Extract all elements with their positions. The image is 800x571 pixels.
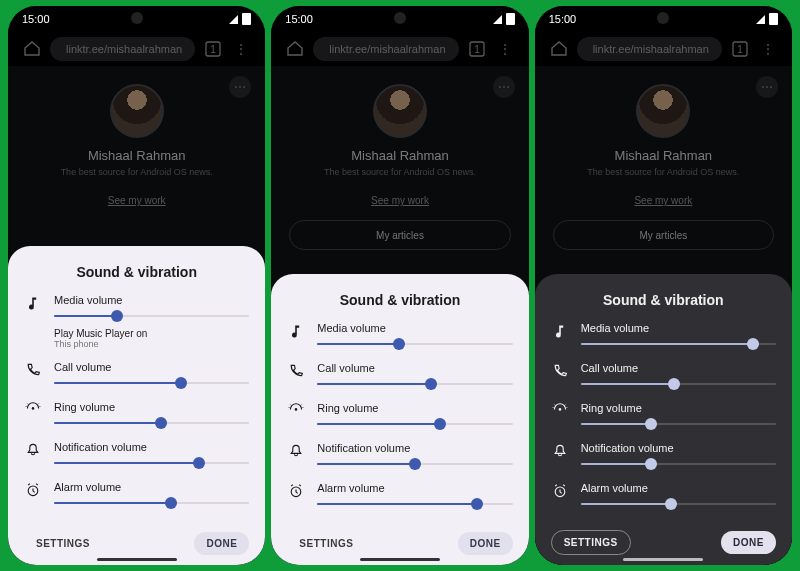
- media-volume-label: Media volume: [317, 322, 512, 334]
- sound-vibration-panel: Sound & vibration Media volume Play Musi…: [8, 246, 265, 565]
- call-volume-row: Call volume: [551, 362, 776, 390]
- status-time: 15:00: [22, 13, 50, 25]
- sound-vibration-panel: Sound & vibration Media volume Call volu…: [535, 274, 792, 565]
- phone-mock-1: 15:00 linktr.ee/mishaalrahman ⋮ ⋯ Mishaa…: [8, 6, 265, 565]
- ring-icon: [24, 401, 42, 419]
- settings-button[interactable]: SETTINGS: [551, 530, 631, 555]
- bell-icon: [24, 441, 42, 459]
- signal-icon: [493, 15, 502, 24]
- alarm-volume-row: Alarm volume: [551, 482, 776, 510]
- call-volume-slider[interactable]: [581, 378, 776, 390]
- media-output-info: Play Music Player on This phone: [54, 328, 249, 349]
- music-icon: [24, 294, 42, 312]
- alarm-volume-row: Alarm volume: [24, 481, 249, 509]
- call-volume-slider[interactable]: [54, 377, 249, 389]
- camera-notch: [131, 12, 143, 24]
- nav-handle[interactable]: [623, 558, 703, 561]
- ring-volume-label: Ring volume: [317, 402, 512, 414]
- music-icon: [551, 322, 569, 340]
- battery-icon: [242, 13, 251, 25]
- notification-volume-row: Notification volume: [287, 442, 512, 470]
- camera-notch: [394, 12, 406, 24]
- notification-volume-label: Notification volume: [54, 441, 249, 453]
- alarm-volume-label: Alarm volume: [54, 481, 249, 493]
- bell-icon: [551, 442, 569, 460]
- battery-icon: [769, 13, 778, 25]
- notification-volume-label: Notification volume: [317, 442, 512, 454]
- notification-volume-slider[interactable]: [581, 458, 776, 470]
- call-volume-row: Call volume: [24, 361, 249, 389]
- panel-title: Sound & vibration: [287, 292, 512, 308]
- ring-icon: [551, 402, 569, 420]
- settings-button[interactable]: SETTINGS: [24, 532, 102, 555]
- ring-volume-slider[interactable]: [54, 417, 249, 429]
- panel-title: Sound & vibration: [24, 264, 249, 280]
- alarm-icon: [551, 482, 569, 500]
- nav-handle[interactable]: [360, 558, 440, 561]
- media-volume-row: Media volume Play Music Player on This p…: [24, 294, 249, 349]
- ring-icon: [287, 402, 305, 420]
- call-volume-row: Call volume: [287, 362, 512, 390]
- call-volume-label: Call volume: [317, 362, 512, 374]
- phone-mock-2: 15:00 linktr.ee/mishaalrahman ⋮ ⋯ Mishaa…: [271, 6, 528, 565]
- notification-volume-row: Notification volume: [551, 442, 776, 470]
- ring-volume-label: Ring volume: [54, 401, 249, 413]
- bell-icon: [287, 442, 305, 460]
- call-volume-slider[interactable]: [317, 378, 512, 390]
- call-volume-label: Call volume: [54, 361, 249, 373]
- settings-button[interactable]: SETTINGS: [287, 532, 365, 555]
- done-button[interactable]: DONE: [458, 532, 513, 555]
- alarm-volume-slider[interactable]: [54, 497, 249, 509]
- done-button[interactable]: DONE: [721, 531, 776, 554]
- done-button[interactable]: DONE: [194, 532, 249, 555]
- alarm-volume-label: Alarm volume: [317, 482, 512, 494]
- media-volume-slider[interactable]: [581, 338, 776, 350]
- status-time: 15:00: [549, 13, 577, 25]
- nav-handle[interactable]: [97, 558, 177, 561]
- alarm-icon: [287, 482, 305, 500]
- battery-icon: [506, 13, 515, 25]
- ring-volume-row: Ring volume: [24, 401, 249, 429]
- notification-volume-label: Notification volume: [581, 442, 776, 454]
- media-volume-label: Media volume: [54, 294, 249, 306]
- notification-volume-slider[interactable]: [54, 457, 249, 469]
- panel-title: Sound & vibration: [551, 292, 776, 308]
- media-volume-slider[interactable]: [54, 310, 249, 322]
- signal-icon: [229, 15, 238, 24]
- notification-volume-slider[interactable]: [317, 458, 512, 470]
- alarm-icon: [24, 481, 42, 499]
- music-icon: [287, 322, 305, 340]
- ring-volume-row: Ring volume: [287, 402, 512, 430]
- alarm-volume-row: Alarm volume: [287, 482, 512, 510]
- alarm-volume-label: Alarm volume: [581, 482, 776, 494]
- media-volume-slider[interactable]: [317, 338, 512, 350]
- status-time: 15:00: [285, 13, 313, 25]
- sound-vibration-panel: Sound & vibration Media volume Call volu…: [271, 274, 528, 565]
- phone-icon: [287, 362, 305, 380]
- phone-icon: [551, 362, 569, 380]
- ring-volume-slider[interactable]: [317, 418, 512, 430]
- notification-volume-row: Notification volume: [24, 441, 249, 469]
- media-volume-label: Media volume: [581, 322, 776, 334]
- phone-mock-3: 15:00 linktr.ee/mishaalrahman ⋮ ⋯ Mishaa…: [535, 6, 792, 565]
- media-volume-row: Media volume: [287, 322, 512, 350]
- camera-notch: [657, 12, 669, 24]
- ring-volume-label: Ring volume: [581, 402, 776, 414]
- call-volume-label: Call volume: [581, 362, 776, 374]
- alarm-volume-slider[interactable]: [317, 498, 512, 510]
- signal-icon: [756, 15, 765, 24]
- media-volume-row: Media volume: [551, 322, 776, 350]
- alarm-volume-slider[interactable]: [581, 498, 776, 510]
- ring-volume-slider[interactable]: [581, 418, 776, 430]
- ring-volume-row: Ring volume: [551, 402, 776, 430]
- phone-icon: [24, 361, 42, 379]
